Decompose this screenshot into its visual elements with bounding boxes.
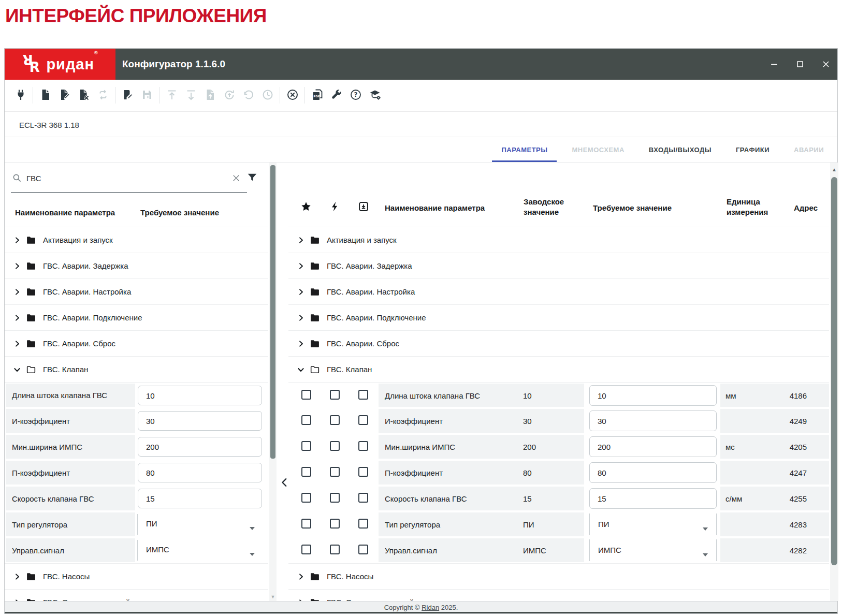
write-checkbox[interactable] <box>330 467 340 477</box>
tree-group-row[interactable]: ГВС. Клапан <box>5 356 268 382</box>
write-config-button[interactable] <box>121 89 134 102</box>
chevron-right-icon[interactable] <box>297 340 305 348</box>
search-input[interactable] <box>26 169 223 187</box>
help-button[interactable]: ? <box>349 89 362 102</box>
tree-group-row[interactable]: Активация и запуск <box>288 227 829 253</box>
required-value-input[interactable] <box>138 411 262 431</box>
required-value-input[interactable] <box>589 385 717 406</box>
required-value-input[interactable] <box>589 462 717 483</box>
favorite-checkbox[interactable] <box>301 493 311 503</box>
edit-config-button[interactable] <box>58 89 71 102</box>
cancel-operation-button[interactable] <box>286 89 299 102</box>
load-checkbox[interactable] <box>358 390 368 400</box>
tree-group-row[interactable]: ГВС. Аварии. Настройка <box>288 278 829 304</box>
ridan-link[interactable]: Ridan <box>422 604 439 611</box>
tab-alarms[interactable]: АВАРИИ <box>793 137 825 162</box>
required-value-select[interactable]: ИМПС <box>137 540 262 561</box>
close-button[interactable] <box>819 57 833 71</box>
tree-group-row[interactable]: ГВС. Насосы <box>288 563 829 589</box>
download-from-device-button[interactable] <box>184 89 197 102</box>
left-scrollbar[interactable]: ▼ <box>269 163 277 601</box>
new-config-button[interactable] <box>39 89 52 102</box>
maximize-button[interactable] <box>793 57 807 71</box>
tree-group-row[interactable]: ГВС. Аварии. Сброс <box>288 330 829 356</box>
load-checkbox[interactable] <box>358 545 368 554</box>
load-checkbox[interactable] <box>358 441 368 451</box>
load-checkbox[interactable] <box>358 493 368 503</box>
write-checkbox[interactable] <box>330 441 340 451</box>
write-checkbox[interactable] <box>330 493 340 503</box>
required-value-select[interactable]: ПИ <box>137 514 262 535</box>
tree-group-row[interactable]: ГВС. Клапан <box>288 356 829 382</box>
favorite-checkbox[interactable] <box>301 467 311 477</box>
chevron-down-icon[interactable] <box>297 365 305 374</box>
chevron-right-icon[interactable] <box>297 314 305 322</box>
load-checkbox[interactable] <box>358 415 368 425</box>
write-column-icon[interactable] <box>329 201 341 212</box>
required-value-input[interactable] <box>138 437 262 457</box>
left-scrollbar-thumb[interactable] <box>270 165 275 459</box>
chevron-right-icon[interactable] <box>13 288 21 296</box>
required-value-select[interactable]: ИМПС <box>589 539 717 561</box>
chevron-right-icon[interactable] <box>13 262 21 270</box>
filter-button[interactable] <box>246 172 258 184</box>
favorite-checkbox[interactable] <box>301 545 311 554</box>
tab-graphics[interactable]: ГРАФИКИ <box>735 137 771 162</box>
tree-group-row[interactable]: ГВС. Основные настройки <box>5 589 268 601</box>
favorites-column-icon[interactable] <box>300 201 312 212</box>
required-value-select[interactable]: ПИ <box>589 514 717 535</box>
chevron-right-icon[interactable] <box>297 288 305 296</box>
save-config-button[interactable] <box>140 89 153 102</box>
tab-parameters[interactable]: ПАРАМЕТРЫ <box>500 137 548 162</box>
favorite-checkbox[interactable] <box>301 441 311 451</box>
required-value-input[interactable] <box>138 386 262 405</box>
scroll-down-arrow-icon[interactable]: ▼ <box>269 594 277 599</box>
chevron-right-icon[interactable] <box>297 236 305 244</box>
tab-inputs-outputs[interactable]: ВХОДЫ/ВЫХОДЫ <box>648 137 713 162</box>
settings-button[interactable] <box>330 89 343 102</box>
load-checkbox[interactable] <box>358 519 368 529</box>
training-button[interactable] <box>368 89 381 102</box>
tree-group-row[interactable]: ГВС. Основные настройки <box>288 589 829 601</box>
write-checkbox[interactable] <box>330 415 340 425</box>
required-value-input[interactable] <box>589 436 717 457</box>
chevron-right-icon[interactable] <box>13 236 21 244</box>
write-checkbox[interactable] <box>330 545 340 554</box>
favorite-checkbox[interactable] <box>301 415 311 425</box>
compare-configs-button[interactable] <box>96 89 109 102</box>
tree-group-row[interactable]: ГВС. Аварии. Подключение <box>5 304 268 330</box>
search-clear-button[interactable] <box>231 173 241 184</box>
chevron-right-icon[interactable] <box>297 573 305 581</box>
chevron-right-icon[interactable] <box>13 573 21 581</box>
load-checkbox[interactable] <box>358 467 368 477</box>
minimize-button[interactable] <box>767 57 781 71</box>
favorite-checkbox[interactable] <box>301 390 311 400</box>
chevron-right-icon[interactable] <box>13 314 21 322</box>
tree-group-row[interactable]: ГВС. Аварии. Подключение <box>288 304 829 330</box>
chevron-right-icon[interactable] <box>13 340 21 348</box>
required-value-input[interactable] <box>589 488 717 509</box>
chevron-down-icon[interactable] <box>13 365 21 374</box>
upload-to-device-button[interactable] <box>165 89 178 102</box>
favorite-checkbox[interactable] <box>301 519 311 529</box>
history-button[interactable] <box>261 89 274 102</box>
load-file-to-device-button[interactable] <box>204 89 216 102</box>
tree-group-row[interactable]: ГВС. Аварии. Задержка <box>5 253 268 278</box>
undo-button[interactable] <box>242 89 255 102</box>
export-pdf-button[interactable]: PDF <box>311 89 324 102</box>
required-value-input[interactable] <box>138 463 262 482</box>
connect-button[interactable] <box>14 89 27 102</box>
required-value-input[interactable] <box>589 410 717 431</box>
write-checkbox[interactable] <box>330 390 340 400</box>
delete-config-button[interactable] <box>77 89 90 102</box>
tab-mnemoscheme[interactable]: МНЕМОСХЕМА <box>571 137 625 162</box>
right-scrollbar[interactable]: ▲ <box>830 163 838 601</box>
tree-group-row[interactable]: ГВС. Аварии. Задержка <box>288 253 829 278</box>
chevron-right-icon[interactable] <box>297 262 305 270</box>
restore-config-button[interactable] <box>223 89 236 102</box>
write-checkbox[interactable] <box>330 519 340 529</box>
tree-group-row[interactable]: Активация и запуск <box>5 227 268 253</box>
tree-group-row[interactable]: ГВС. Насосы <box>5 563 268 589</box>
scroll-up-arrow-icon[interactable]: ▲ <box>830 167 838 172</box>
required-value-input[interactable] <box>138 489 262 508</box>
